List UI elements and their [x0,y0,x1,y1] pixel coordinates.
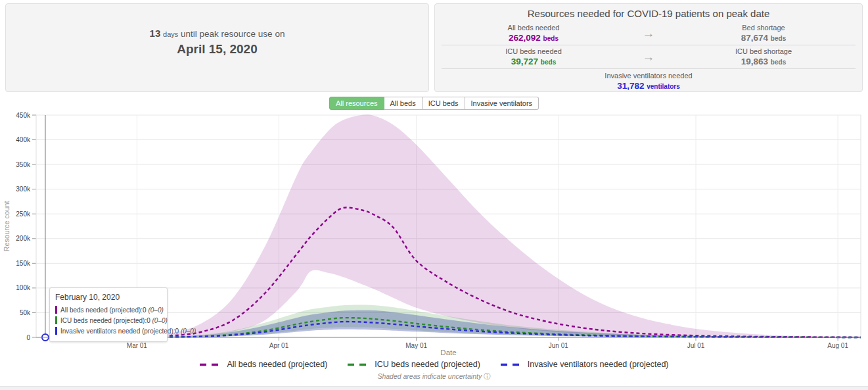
svg-text:350k: 350k [16,161,31,168]
legend-all-beds: All beds needed (projected) [199,360,327,369]
svg-text:Apr 01: Apr 01 [269,342,289,349]
svg-text:Date: Date [440,349,456,356]
chart-legend: All beds needed (projected) ICU beds nee… [0,359,868,370]
tooltip-row-ventilators: Invasive ventilators needed (projected):… [55,327,162,335]
svg-text:Jul 01: Jul 01 [687,342,705,349]
right-arrow-icon: → [606,50,691,64]
resource-tabs: All resources All beds ICU beds Invasive… [0,97,868,110]
resources-panel: Resources needed for COVID-19 patients o… [434,3,863,92]
ventilators-needed-value: 31,782 [617,81,644,91]
svg-text:100k: 100k [16,284,31,291]
tab-all-beds[interactable]: All beds [384,97,423,110]
page-background-strip [0,386,868,390]
stat-icu-beds-needed: ICU beds needed 39,727 beds [461,47,606,66]
icu-bed-shortage-value: 19,863 [741,57,768,66]
svg-text:150k: 150k [16,260,31,267]
svg-text:0: 0 [26,334,30,341]
legend-icu-beds: ICU beds needed (projected) [347,360,480,369]
svg-text:Mar 01: Mar 01 [127,342,148,349]
tooltip-date: February 10, 2020 [55,293,162,302]
stat-ventilators-needed: Invasive ventilators needed 31,782 venti… [442,68,856,92]
icu-beds-needed-value: 39,727 [511,57,538,66]
svg-text:200k: 200k [16,235,31,242]
all-beds-row: All beds needed 262,092 beds → Bed short… [442,22,856,45]
uncertainty-caption: Shaded areas indicate uncertainty ⓘ [0,372,868,381]
svg-text:300k: 300k [16,185,31,193]
dashed-line-swatch [199,362,221,367]
stat-icu-bed-shortage: ICU bed shortage 19,863 beds [691,47,836,66]
bed-shortage-value: 87,674 [741,33,768,43]
days-until-peak-value: 13 [150,28,161,39]
chart-tooltip: February 10, 2020 All beds needed (proje… [49,287,168,342]
icu-beds-row: ICU beds needed 39,727 beds → ICU bed sh… [442,45,856,68]
legend-ventilators: Invasive ventilators needed (projected) [500,360,669,369]
ventilators-color-bar [55,327,57,335]
summary-panels: 13 days until peak resource use on April… [0,0,868,92]
dashed-line-swatch [347,362,369,367]
svg-text:250k: 250k [16,210,31,218]
svg-text:450k: 450k [16,112,31,119]
svg-text:Jun 01: Jun 01 [549,342,568,349]
svg-text:Aug 01: Aug 01 [827,342,848,349]
tooltip-row-all-beds: All beds needed (projected): 0 (0–0) [55,306,162,314]
stat-bed-shortage: Bed shortage 87,674 beds [691,24,836,43]
tab-invasive-ventilators[interactable]: Invasive ventilators [465,97,539,110]
svg-text:Resource count: Resource count [3,201,11,251]
tab-icu-beds[interactable]: ICU beds [423,97,465,110]
svg-text:50k: 50k [20,309,31,316]
resources-panel-title: Resources needed for COVID-19 patients o… [442,8,856,19]
icu-beds-color-bar [55,316,57,324]
tab-all-resources[interactable]: All resources [329,97,384,110]
tooltip-row-icu-beds: ICU beds needed (projected): 0 (0–0) [55,316,162,324]
peak-date-panel: 13 days until peak resource use on April… [5,3,429,92]
projection-chart-area: 050k100k150k200k250k300k350k400k450kMar … [0,110,868,358]
peak-countdown-text: 13 days until peak resource use on [150,28,285,39]
svg-text:May 01: May 01 [405,342,427,349]
all-beds-color-bar [55,306,57,314]
peak-date: April 15, 2020 [177,42,258,57]
dashed-line-swatch [500,362,522,367]
right-arrow-icon: → [606,26,691,41]
stat-all-beds-needed: All beds needed 262,092 beds [461,24,606,43]
all-beds-needed-value: 262,092 [509,33,541,43]
info-icon[interactable]: ⓘ [484,372,491,380]
svg-text:400k: 400k [16,136,31,143]
